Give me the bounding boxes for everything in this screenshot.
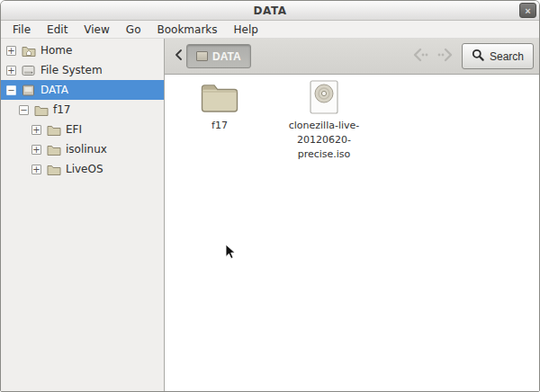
- expander-plus-icon[interactable]: +: [32, 145, 41, 155]
- expander-plus-icon[interactable]: +: [6, 66, 16, 76]
- file-item-label: clonezilla-live-20120620-precise.iso: [276, 119, 372, 162]
- sidebar-item-f17[interactable]: − f17: [1, 100, 164, 120]
- menu-view[interactable]: View: [76, 22, 117, 37]
- sidebar-item-label: File System: [40, 64, 103, 76]
- sidebar-item-label: Home: [40, 44, 72, 57]
- pathbar-button-data[interactable]: DATA: [186, 44, 251, 68]
- file-item-clonezilla-iso[interactable]: clonezilla-live-20120620-precise.iso: [276, 80, 372, 162]
- sidebar-item-label: LiveOS: [66, 163, 104, 175]
- file-item-label: f17: [212, 119, 228, 133]
- sidebar-tree: + Home + File System − DATA: [1, 39, 165, 391]
- sidebar-item-file-system[interactable]: + File System: [1, 60, 164, 80]
- file-icon-view[interactable]: f17 clonezilla-live-20120620-precise.iso: [165, 75, 539, 391]
- history-back-button[interactable]: [410, 45, 433, 68]
- menu-edit[interactable]: Edit: [39, 22, 76, 37]
- forward-icon: [436, 48, 454, 65]
- menu-bookmarks[interactable]: Bookmarks: [148, 22, 225, 37]
- folder-icon: [200, 80, 239, 114]
- iso-file-icon: [310, 80, 338, 114]
- sidebar-item-home[interactable]: + Home: [1, 40, 164, 60]
- search-button-label: Search: [490, 50, 524, 63]
- history-forward-button[interactable]: [433, 45, 456, 68]
- close-button[interactable]: ×: [519, 3, 536, 18]
- sidebar-item-label: DATA: [40, 84, 68, 96]
- menu-file[interactable]: File: [4, 22, 39, 37]
- close-icon: ×: [525, 5, 530, 16]
- file-manager-window: DATA × File Edit View Go Bookmarks Help …: [0, 0, 540, 392]
- back-icon: [412, 48, 430, 65]
- menu-help[interactable]: Help: [226, 22, 266, 37]
- media-icon: [22, 84, 36, 96]
- toolbar: DATA Search: [165, 39, 539, 75]
- window-title: DATA: [254, 4, 287, 17]
- file-item-f17[interactable]: f17: [172, 80, 267, 133]
- pathbar-scroll-left-button[interactable]: [170, 45, 186, 68]
- folder-icon: [47, 163, 61, 175]
- menubar: File Edit View Go Bookmarks Help: [1, 21, 539, 39]
- sidebar-item-data[interactable]: − DATA: [1, 80, 164, 100]
- folder-icon: [47, 143, 61, 156]
- expander-plus-icon[interactable]: +: [32, 125, 41, 135]
- sidebar-item-liveos[interactable]: + LiveOS: [1, 159, 164, 179]
- titlebar[interactable]: DATA ×: [1, 1, 539, 21]
- search-icon: [472, 49, 484, 64]
- drive-icon: [22, 64, 36, 76]
- menu-go[interactable]: Go: [118, 22, 149, 37]
- expander-plus-icon[interactable]: +: [6, 46, 16, 56]
- expander-minus-icon[interactable]: −: [19, 105, 29, 115]
- folder-icon: [34, 103, 49, 116]
- sidebar-item-label: isolinux: [66, 143, 107, 156]
- expander-plus-icon[interactable]: +: [32, 165, 41, 174]
- sidebar-item-efi[interactable]: + EFI: [1, 120, 164, 139]
- chevron-left-icon: [175, 49, 183, 63]
- sidebar-item-isolinux[interactable]: + isolinux: [1, 139, 164, 159]
- main-pane: DATA Search: [165, 39, 539, 391]
- search-button[interactable]: Search: [462, 43, 534, 69]
- folder-icon: [47, 123, 61, 136]
- sidebar-item-label: f17: [53, 103, 71, 116]
- home-folder-icon: [22, 44, 36, 57]
- expander-minus-icon[interactable]: −: [6, 85, 16, 95]
- pathbar-button-label: DATA: [212, 50, 241, 63]
- drive-icon: [196, 51, 208, 61]
- sidebar-item-label: EFI: [66, 123, 82, 136]
